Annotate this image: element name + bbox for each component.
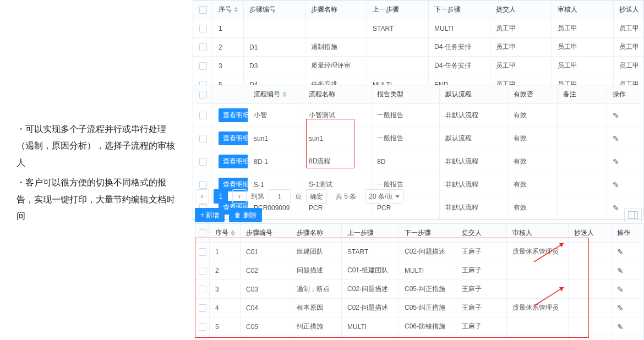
row-checkbox[interactable] xyxy=(193,38,213,57)
edit-icon[interactable]: ✎ xyxy=(617,248,624,256)
column-header: 步骤名称 xyxy=(305,1,367,19)
row-checkbox[interactable] xyxy=(195,261,210,280)
table-cell: C01-组建团队 xyxy=(342,261,399,280)
column-header[interactable]: 序号 xyxy=(210,224,241,243)
table-cell xyxy=(569,299,612,317)
table-cell: 6 xyxy=(210,336,241,340)
add-button[interactable]: + 新增 xyxy=(195,208,225,222)
edit-icon[interactable]: ✎ xyxy=(613,134,619,143)
table-cell: 质量体系管理员 xyxy=(507,299,569,317)
column-header: 提交人 xyxy=(490,1,552,19)
page-suffix-label: 页 xyxy=(295,192,302,201)
edit-icon[interactable]: ✎ xyxy=(617,304,624,312)
row-checkbox[interactable] xyxy=(195,243,210,261)
table-cell: 员工甲 xyxy=(614,19,644,38)
column-header: 流程名称 xyxy=(303,85,372,104)
table-cell: 2 xyxy=(213,38,244,57)
table-cell xyxy=(367,57,429,75)
view-detail-button[interactable]: 查看明细 xyxy=(219,108,248,122)
table-cell: C07-分层审核 xyxy=(399,336,456,340)
view-detail-button[interactable]: 查看明细 xyxy=(219,155,248,168)
table-cell: 一般报告 xyxy=(372,127,440,150)
table-cell: 2 xyxy=(210,261,241,280)
column-header[interactable]: 序号 xyxy=(213,1,244,19)
goto-page-button[interactable]: 确定 xyxy=(306,189,327,204)
table-cell: sun1 xyxy=(303,127,372,150)
table-cell: 小智测试 xyxy=(303,104,372,127)
table-cell: 4 xyxy=(210,299,241,317)
edit-icon[interactable]: ✎ xyxy=(617,285,624,294)
table-cell: C05-纠正措施 xyxy=(399,280,456,299)
table-cell: 有效 xyxy=(508,127,558,150)
table-cell: 员工甲 xyxy=(614,57,644,75)
column-chooser-button[interactable] xyxy=(624,208,642,222)
row-action-cell: ✎ xyxy=(612,261,641,280)
table-cell: D4-任务安排 xyxy=(429,57,490,75)
row-checkbox[interactable] xyxy=(195,317,210,336)
table-cell: 3 xyxy=(213,57,244,75)
sort-icon xyxy=(234,7,238,13)
edit-icon[interactable]: ✎ xyxy=(613,111,619,120)
row-action-cell: ✎ xyxy=(612,280,641,299)
column-header: 步骤编号 xyxy=(244,1,305,19)
row-checkbox[interactable] xyxy=(193,104,213,127)
edit-icon[interactable]: ✎ xyxy=(617,266,624,275)
row-checkbox[interactable] xyxy=(193,150,213,173)
table-cell: D1 xyxy=(244,38,305,57)
column-header: 有效否 xyxy=(508,85,558,104)
pagination: ‹ 1 › 到第 页 确定 共 5 条 20 条/页 xyxy=(195,189,644,204)
prev-page-button[interactable]: ‹ xyxy=(195,189,209,204)
delete-button[interactable]: 🗑 删除 xyxy=(229,208,262,222)
row-checkbox[interactable] xyxy=(195,280,210,299)
table-cell xyxy=(558,104,607,127)
next-page-button[interactable]: › xyxy=(232,189,247,204)
sort-icon xyxy=(282,91,287,97)
steps-table-1: 序号步骤编号步骤名称上一步骤下一步骤提交人审核人抄送人1STARTMULTI员工… xyxy=(193,0,644,95)
column-header: 步骤编号 xyxy=(241,224,291,243)
column-header: 上一步骤 xyxy=(367,1,429,19)
table-cell: C02-问题描述 xyxy=(399,243,456,261)
table-cell: 纠正措施 xyxy=(291,317,342,336)
table-cell: 员工甲 xyxy=(490,57,552,75)
action-toolbar: + 新增 🗑 删除 xyxy=(195,208,644,222)
select-all-checkbox[interactable] xyxy=(195,224,210,243)
edit-icon[interactable]: ✎ xyxy=(617,322,624,331)
row-action-cell: ✎ xyxy=(612,317,641,336)
table-cell xyxy=(569,317,612,336)
table-cell: 非默认流程 xyxy=(440,150,508,173)
table-cell xyxy=(569,261,612,280)
row-checkbox[interactable] xyxy=(193,19,213,38)
table-cell xyxy=(507,317,569,336)
row-checkbox[interactable] xyxy=(193,127,213,150)
row-checkbox[interactable] xyxy=(195,299,210,317)
table-cell xyxy=(569,280,612,299)
table-cell: 组建团队 xyxy=(291,243,342,261)
row-checkbox[interactable] xyxy=(193,57,213,75)
column-header[interactable]: 流程编号 xyxy=(248,85,303,104)
row-checkbox[interactable] xyxy=(195,336,210,340)
table-cell: 小智 xyxy=(248,104,303,127)
row-action-cell: ✎ xyxy=(612,243,641,261)
column-header: 操作 xyxy=(612,224,641,243)
table-cell: 王麻子 xyxy=(456,280,507,299)
column-header: 下一步骤 xyxy=(399,224,456,243)
table-cell: C06 xyxy=(241,336,291,340)
view-detail-button[interactable]: 查看明细 xyxy=(219,131,248,145)
select-all-checkbox[interactable] xyxy=(193,1,213,19)
column-header xyxy=(213,85,248,104)
table-cell: 王麻子 xyxy=(456,299,507,317)
select-all-checkbox[interactable] xyxy=(193,85,213,104)
page-1-button[interactable]: 1 xyxy=(214,189,228,204)
page-size-select[interactable]: 20 条/页 xyxy=(365,189,403,204)
edit-icon[interactable]: ✎ xyxy=(613,157,619,166)
column-header: 操作 xyxy=(607,85,640,104)
page-input[interactable] xyxy=(269,189,291,204)
sort-icon xyxy=(231,230,235,236)
edit-icon[interactable]: ✎ xyxy=(613,180,619,189)
column-header: 下一步骤 xyxy=(429,1,490,19)
row-action-cell: ✎ xyxy=(607,150,640,173)
table-cell: C04 xyxy=(241,299,291,317)
table-cell: sun1 xyxy=(248,127,303,150)
table-cell xyxy=(558,127,607,150)
table-cell: 一般报告 xyxy=(372,104,440,127)
